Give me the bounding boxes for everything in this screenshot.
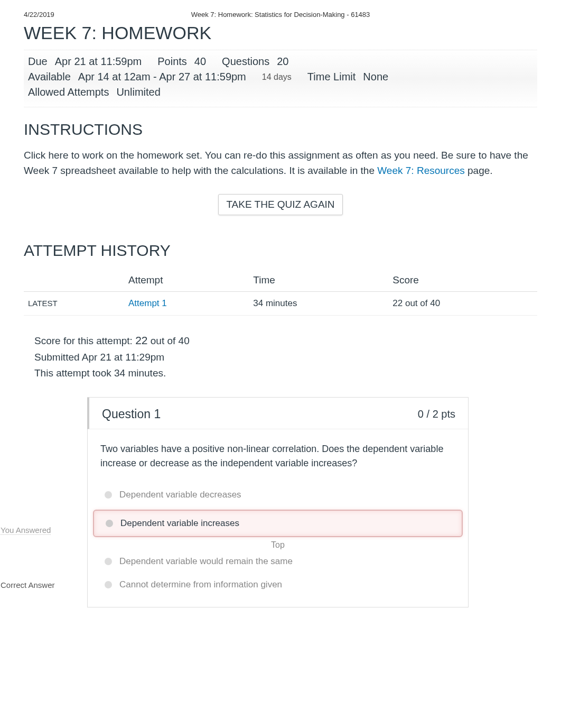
- col-blank: [24, 269, 124, 292]
- answer-list: Dependent variable decreases You Answere…: [88, 483, 468, 607]
- meta-attempts: Allowed Attempts Unlimited: [28, 86, 161, 98]
- meta-available-days: 14 days: [262, 72, 292, 82]
- instructions-heading: INSTRUCTIONS: [24, 121, 537, 139]
- top-link[interactable]: Top: [271, 540, 285, 549]
- answer-option: Dependent variable decreases: [88, 483, 468, 506]
- attempt-history-table: Attempt Time Score LATEST Attempt 1 34 m…: [24, 269, 537, 316]
- score-summary: Score for this attempt: 22 out of 40 Sub…: [24, 331, 537, 381]
- print-date: 4/22/2019: [24, 11, 54, 19]
- resources-link[interactable]: Week 7: Resources: [377, 165, 464, 176]
- col-attempt: Attempt: [124, 269, 249, 292]
- radio-icon: [106, 520, 113, 527]
- attempt-history-heading: ATTEMPT HISTORY: [24, 242, 537, 260]
- meta-timelimit: Time Limit None: [307, 71, 388, 83]
- print-doc-title: Week 7: Homework: Statistics for Decisio…: [191, 11, 370, 19]
- instructions-text: Click here to work on the homework set. …: [24, 148, 537, 178]
- table-row: LATEST Attempt 1 34 minutes 22 out of 40: [24, 292, 537, 316]
- score-value: 22: [135, 334, 147, 346]
- question-card: Question 1 0 / 2 pts Two variables have …: [87, 397, 469, 607]
- attempt-time: 34 minutes: [249, 292, 388, 316]
- answer-option: Dependent variable would remain the same: [88, 550, 468, 573]
- take-quiz-again-button[interactable]: TAKE THE QUIZ AGAIN: [218, 194, 342, 215]
- radio-icon: [105, 581, 112, 588]
- submitted-time: Submitted Apr 21 at 11:29pm: [34, 349, 537, 365]
- radio-icon: [105, 491, 112, 499]
- meta-available: Available Apr 14 at 12am - Apr 27 at 11:…: [28, 71, 246, 83]
- you-answered-label: You Answered: [1, 526, 51, 535]
- print-header: 4/22/2019 Week 7: Homework: Statistics f…: [24, 11, 537, 19]
- question-body: Two variables have a positive non-linear…: [88, 429, 468, 483]
- attempt-link[interactable]: Attempt 1: [128, 298, 167, 308]
- question-points: 0 / 2 pts: [418, 408, 455, 420]
- col-score: Score: [388, 269, 537, 292]
- quiz-meta: Due Apr 21 at 11:59pm Points 40 Question…: [24, 50, 537, 107]
- meta-points: Points 40: [157, 56, 206, 68]
- attempt-duration: This attempt took 34 minutes.: [34, 365, 537, 381]
- radio-icon: [105, 558, 112, 565]
- answer-option-selected: Dependent variable increases: [93, 510, 463, 537]
- latest-badge: LATEST: [28, 299, 58, 308]
- correct-answer-label: Correct Answer: [1, 580, 55, 589]
- meta-questions: Questions 20: [222, 56, 288, 68]
- page-title: WEEK 7: HOMEWORK: [24, 23, 537, 43]
- answer-option: Cannot determine from information given: [88, 573, 468, 596]
- attempt-score: 22 out of 40: [388, 292, 537, 316]
- question-title: Question 1: [102, 407, 161, 421]
- meta-due: Due Apr 21 at 11:59pm: [28, 56, 142, 68]
- col-time: Time: [249, 269, 388, 292]
